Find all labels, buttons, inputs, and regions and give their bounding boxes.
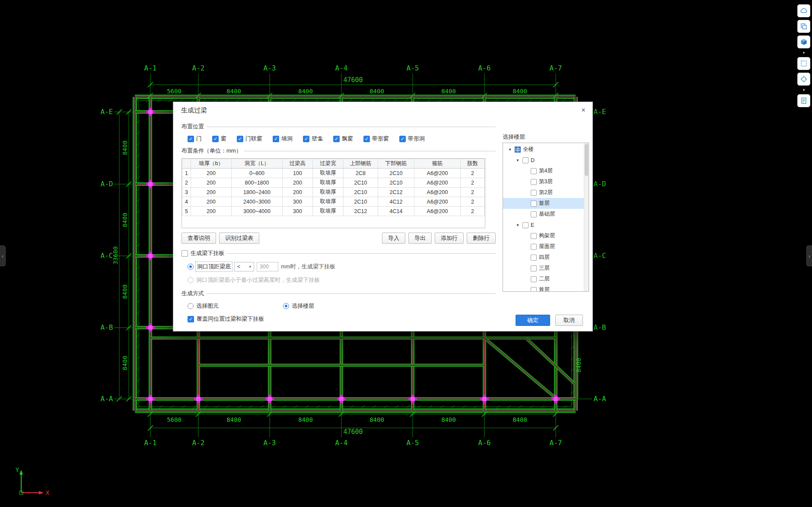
table-cell[interactable]: 2C12 — [378, 188, 414, 197]
table-cell[interactable]: 2C8 — [344, 169, 378, 178]
tree-item[interactable]: 四层 — [503, 252, 584, 263]
checkbox-checked-icon[interactable]: ✓ — [188, 316, 194, 322]
table-cell[interactable]: 200 — [283, 188, 313, 197]
placement-option[interactable]: ✓带形洞 — [399, 135, 425, 143]
toolbar-button[interactable] — [797, 20, 810, 33]
toolbar-button[interactable] — [797, 73, 810, 86]
radio-icon[interactable] — [188, 303, 194, 309]
table-cell[interactable]: 200 — [283, 178, 313, 188]
checkbox-checked-icon[interactable]: ✓ — [303, 136, 309, 142]
placement-option[interactable]: ✓窗 — [212, 135, 226, 143]
checkbox-checked-icon[interactable]: ✓ — [188, 136, 194, 142]
placement-option[interactable]: ✓壁龛 — [303, 135, 323, 143]
table-cell[interactable]: 2C10 — [344, 178, 378, 188]
checkbox-checked-icon[interactable]: ✓ — [273, 136, 279, 142]
view-note-button[interactable]: 查看说明 — [182, 233, 216, 244]
row-number-cell[interactable]: 5 — [182, 207, 191, 216]
table-cell[interactable]: 3000~4000 — [232, 207, 283, 216]
checkbox-checked-icon[interactable]: ✓ — [399, 136, 406, 142]
add-row-button[interactable]: 添加行 — [435, 233, 464, 244]
import-button[interactable]: 导入 — [382, 233, 405, 244]
table-cell[interactable]: A6@200 — [414, 178, 461, 188]
checkbox-icon[interactable] — [522, 157, 529, 163]
checkbox-icon[interactable] — [531, 168, 537, 174]
table-cell[interactable]: 2C10 — [344, 197, 378, 207]
method-by-element[interactable]: 选择图元 — [188, 302, 280, 310]
scrollbar[interactable] — [584, 143, 589, 291]
checkbox-icon[interactable] — [531, 211, 537, 217]
cancel-button[interactable]: 取消 — [555, 315, 583, 326]
table-cell[interactable]: 2 — [461, 178, 485, 188]
checkbox-icon[interactable] — [531, 179, 537, 185]
table-cell[interactable]: 取墙厚 — [313, 197, 344, 207]
table-cell[interactable]: 取墙厚 — [313, 169, 344, 178]
checkbox-icon[interactable] — [531, 287, 537, 292]
export-button[interactable]: 导出 — [408, 233, 432, 244]
scrollbar-thumb[interactable] — [585, 144, 588, 176]
radio-selected-icon[interactable] — [188, 264, 194, 270]
table-cell[interactable]: 2 — [461, 169, 485, 178]
right-panel-collapse-tab[interactable]: › — [806, 246, 812, 266]
checkbox-checked-icon[interactable]: ✓ — [363, 136, 370, 142]
checkbox-icon[interactable] — [531, 244, 537, 250]
checkbox-icon[interactable] — [182, 250, 188, 257]
radio-selected-icon[interactable] — [283, 303, 289, 309]
checkbox-icon[interactable] — [531, 265, 537, 271]
checkbox-icon[interactable] — [531, 255, 537, 261]
table-cell[interactable]: 2C10 — [378, 178, 414, 188]
placement-option[interactable]: ✓带形窗 — [363, 135, 389, 143]
delete-row-button[interactable]: 删除行 — [467, 233, 496, 244]
placement-option[interactable]: ✓门 — [188, 135, 202, 143]
table-cell[interactable]: 2C10 — [378, 169, 414, 178]
ok-button[interactable]: 确定 — [516, 315, 550, 326]
tree-expand-icon[interactable]: ▾ — [515, 223, 520, 227]
table-cell[interactable]: 2C12 — [344, 207, 378, 216]
table-cell[interactable]: 200 — [191, 197, 232, 207]
checkbox-checked-icon[interactable]: ✓ — [237, 136, 243, 142]
tree-item[interactable]: 屋面层 — [503, 241, 584, 252]
tree-item[interactable]: ▾E — [503, 220, 584, 230]
tree-expand-icon[interactable]: ▾ — [507, 147, 513, 152]
tree-item[interactable]: 三层 — [503, 263, 584, 274]
threshold-input[interactable] — [257, 262, 278, 271]
table-cell[interactable]: 300 — [283, 197, 313, 207]
override-option[interactable]: ✓ 覆盖同位置过梁和梁下挂板 — [188, 315, 496, 323]
table-cell[interactable]: 2 — [461, 207, 485, 216]
row-number-cell[interactable]: 1 — [182, 169, 191, 178]
checkbox-icon[interactable] — [531, 233, 537, 239]
table-cell[interactable]: 200 — [191, 169, 232, 178]
table-cell[interactable]: 2C10 — [344, 188, 378, 197]
table-cell[interactable]: 2400~3000 — [232, 197, 283, 207]
caret-down-icon[interactable]: ▾ — [803, 51, 805, 54]
left-panel-collapse-tab[interactable]: ‹ — [0, 246, 6, 266]
tree-item[interactable]: ▾全楼 — [503, 144, 584, 155]
table-cell[interactable]: 200 — [191, 207, 232, 216]
table-cell[interactable]: 2 — [461, 188, 485, 197]
dialog-title[interactable]: 生成过梁 — [181, 106, 207, 115]
table-cell[interactable]: A6@200 — [414, 169, 461, 178]
placement-option[interactable]: ✓飘窗 — [333, 135, 353, 143]
table-cell[interactable]: 取墙厚 — [313, 207, 344, 216]
table-cell[interactable]: 4C14 — [378, 207, 414, 216]
table-cell[interactable]: 200 — [191, 188, 232, 197]
tree-item[interactable]: 构架层 — [503, 230, 584, 241]
toolbar-button[interactable] — [797, 57, 810, 70]
table-cell[interactable]: 取墙厚 — [313, 188, 344, 197]
table-cell[interactable]: 0~800 — [232, 169, 283, 178]
table-cell[interactable]: A6@200 — [414, 188, 461, 197]
checkbox-icon[interactable] — [531, 201, 537, 207]
table-cell[interactable]: 300 — [283, 207, 313, 216]
close-icon[interactable]: × — [579, 105, 588, 115]
table-cell[interactable]: 800~1800 — [232, 178, 283, 188]
table-cell[interactable]: 2 — [461, 197, 485, 207]
toolbar-button[interactable] — [797, 35, 810, 48]
checkbox-icon[interactable] — [531, 276, 537, 282]
method-by-floor[interactable]: 选择楼层 — [283, 302, 314, 310]
placement-option[interactable]: ✓墙洞 — [273, 135, 293, 143]
table-cell[interactable]: 1800~2400 — [232, 188, 283, 197]
row-number-cell[interactable]: 2 — [182, 178, 191, 188]
toolbar-button[interactable] — [797, 94, 810, 107]
tree-item[interactable]: 基础层 — [503, 209, 584, 220]
table-cell[interactable]: 取墙厚 — [313, 178, 344, 188]
toolbar-button[interactable] — [797, 4, 810, 17]
